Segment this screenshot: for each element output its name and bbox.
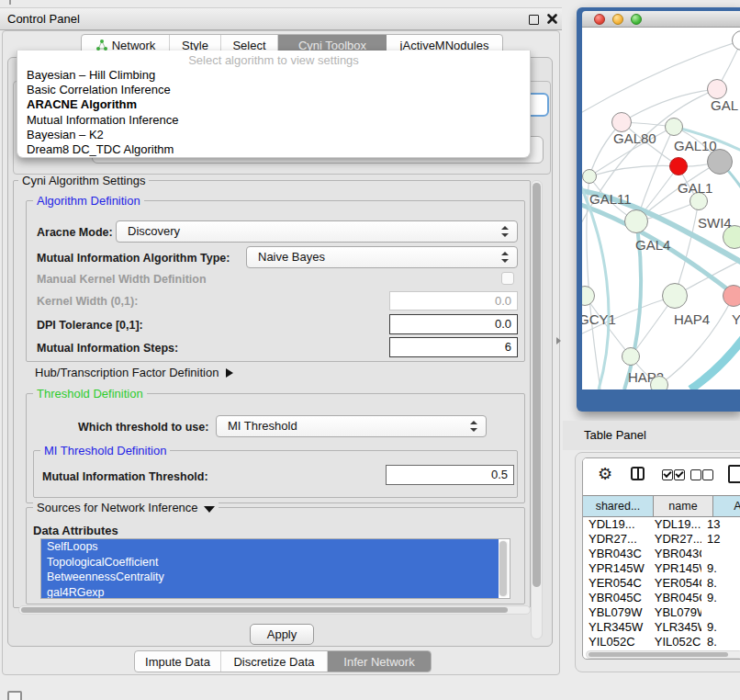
tab-impute-data[interactable]: Impute Data (135, 651, 221, 672)
network-node[interactable] (650, 376, 668, 390)
settings-scrollbar-thumb[interactable] (533, 183, 541, 587)
network-node-gal4[interactable] (624, 209, 648, 233)
attribute-item[interactable]: SelfLoops (41, 539, 499, 555)
table-row[interactable]: YPR145WYPR145W9. (583, 561, 740, 576)
table-row[interactable]: YDL19...YDL19...13 (583, 517, 740, 532)
document-icon[interactable] (728, 465, 740, 483)
network-node-gal80[interactable] (611, 112, 632, 132)
table-hscrollbar-thumb[interactable] (589, 652, 728, 657)
network-window-titlebar[interactable] (582, 11, 740, 28)
attribute-item[interactable]: gal4RGexp (41, 585, 499, 600)
algorithm-option[interactable]: Bayesian – K2 (17, 128, 530, 142)
network-node-gal11[interactable] (582, 169, 597, 184)
network-node-hap4[interactable] (662, 283, 688, 309)
gear-icon[interactable]: ⚙ (598, 466, 612, 482)
mi-steps-label: Mutual Information Steps: (37, 342, 178, 355)
minimize-window-icon[interactable] (612, 14, 623, 25)
split-columns-icon[interactable] (631, 467, 645, 480)
tab-infer-network[interactable]: Infer Network (328, 651, 431, 672)
bottom-tabs: Impute Data Discretize Data Infer Networ… (134, 650, 432, 672)
algorithm-dropdown-list: Bayesian – Hill ClimbingBasic Correlatio… (17, 68, 530, 157)
table-row[interactable]: YIL052CYIL052C8. (583, 635, 740, 649)
chevron-down-icon (204, 506, 215, 513)
mi-type-select[interactable]: Naive Bayes (246, 246, 518, 268)
table-cell: YDL19... (647, 517, 701, 532)
select-all-icon[interactable] (674, 469, 685, 480)
close-window-icon[interactable] (594, 14, 605, 25)
node-label: GCY1 (582, 311, 616, 327)
kernel-width-field[interactable]: 0.0 (389, 291, 518, 310)
table-cell: YER054C (647, 576, 701, 591)
algorithm-option[interactable]: Bayesian – Hill Climbing (17, 68, 530, 83)
apply-button[interactable]: Apply (250, 624, 314, 645)
dpi-tolerance-field[interactable]: 0.0 (389, 314, 518, 334)
table-row[interactable]: YBR043CYBR043C (583, 547, 740, 561)
stepper-icon (501, 252, 509, 263)
algorithm-option[interactable]: ARACNE Algorithm (17, 97, 530, 112)
network-node-hap2[interactable] (622, 347, 640, 366)
node-label: GAL10 (674, 138, 717, 153)
table-row[interactable]: YDR27...YDR27...12 (583, 532, 740, 547)
tab-discretize-data[interactable]: Discretize Data (221, 651, 328, 672)
network-node[interactable] (707, 149, 733, 175)
table-row[interactable]: YLR345WYLR345W9. (583, 620, 740, 635)
algorithm-definition-title: Algorithm Definition (33, 194, 144, 208)
mi-steps-field[interactable]: 6 (389, 337, 518, 357)
hub-section-toggle[interactable]: Hub/Transcription Factor Definition (35, 366, 233, 379)
network-node-gal10[interactable] (665, 118, 683, 136)
attribute-item[interactable]: BetweennessCentrality (41, 570, 499, 585)
kernel-width-label: Kernel Width (0,1): (37, 295, 138, 308)
close-icon[interactable] (547, 14, 557, 24)
table-rows: YDL19...YDL19...13YDR27...YDR27...12YBR0… (583, 517, 740, 649)
table-cell: YER054C (583, 576, 647, 591)
network-node-y[interactable] (723, 285, 740, 307)
mi-threshold-label: Mutual Information Threshold: (42, 470, 208, 483)
aracne-mode-select[interactable]: Discovery (116, 220, 518, 243)
table-cell: YLR345W (583, 620, 647, 635)
network-icon (95, 40, 107, 51)
column-header-A[interactable]: A (713, 495, 740, 517)
settings-hscrollbar[interactable] (18, 605, 531, 615)
table-cell: 12 (701, 532, 740, 547)
settings-hscrollbar-thumb[interactable] (21, 607, 508, 613)
attributes-scrollbar[interactable] (499, 540, 509, 597)
node-label: SWI4 (698, 215, 732, 231)
divider-collapse-icon[interactable] (556, 337, 561, 344)
table-cell: YBR043C (583, 547, 647, 561)
mi-threshold-field[interactable]: 0.5 (386, 465, 514, 485)
table-hscrollbar[interactable] (586, 650, 740, 659)
deselect-all-icon[interactable] (702, 469, 713, 480)
table-row[interactable]: YER054CYER054C8. (583, 576, 740, 591)
deselect-all-icon[interactable] (690, 469, 701, 480)
select-all-icon[interactable] (662, 469, 673, 480)
node-label: HAP4 (674, 311, 710, 327)
manual-kernel-checkbox[interactable] (501, 272, 514, 285)
algorithm-option[interactable]: Basic Correlation Inference (17, 83, 530, 97)
which-threshold-select[interactable]: MI Threshold (216, 415, 487, 437)
stepper-icon (470, 421, 477, 432)
float-icon[interactable] (529, 15, 539, 25)
table-row[interactable]: YBL079WYBL079W (583, 605, 740, 620)
network-node-gal[interactable] (707, 79, 727, 99)
hub-section-label: Hub/Transcription Factor Definition (35, 366, 219, 379)
table-cell: YBL079W (647, 605, 701, 620)
minimized-panel-icon[interactable] (7, 691, 22, 700)
table-row[interactable]: YBR045CYBR045C9. (583, 591, 740, 605)
table-toolbar: ⚙ (583, 458, 740, 495)
network-canvas[interactable]: GALGAL80GAL10GAL1GAL11GAL4SWI4GCY1HAP4YH… (582, 28, 740, 390)
zoom-window-icon[interactable] (631, 14, 642, 25)
algorithm-dropdown-placeholder: Select algorithm to view settings (17, 52, 530, 68)
aracne-mode-label: Aracne Mode: (37, 226, 113, 239)
settings-scrollbar[interactable] (531, 180, 543, 639)
column-header-shared...[interactable]: shared... (583, 495, 654, 517)
sources-group-toggle[interactable]: Sources for Network Inference (33, 501, 219, 514)
attributes-scrollbar-thumb[interactable] (499, 541, 507, 596)
algorithm-option[interactable]: Mutual Information Inference (17, 113, 530, 128)
column-header-name[interactable]: name (654, 495, 713, 517)
attribute-item[interactable]: TopologicalCoefficient (41, 555, 499, 570)
network-node[interactable] (669, 157, 688, 175)
stepper-icon (501, 226, 509, 237)
data-attributes-items: SelfLoopsTopologicalCoefficientBetweenne… (41, 539, 499, 599)
algorithm-option[interactable]: Dream8 DC_TDC Algorithm (17, 142, 530, 157)
manual-kernel-label: Manual Kernel Width Definition (37, 273, 207, 286)
